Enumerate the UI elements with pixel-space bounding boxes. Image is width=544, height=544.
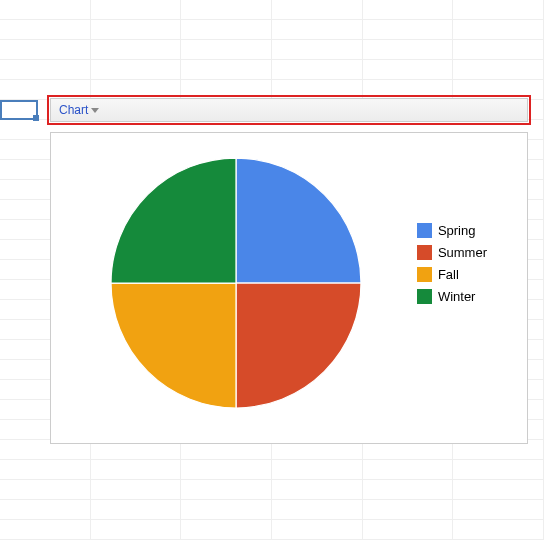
legend-label: Winter <box>438 289 476 304</box>
pie-slice <box>236 158 361 283</box>
chevron-down-icon <box>91 108 99 113</box>
legend-label: Fall <box>438 267 459 282</box>
chart-legend: SpringSummerFallWinter <box>417 223 487 311</box>
chart-menu-label: Chart <box>59 103 88 117</box>
chart-plot-area: SpringSummerFallWinter <box>50 132 528 444</box>
legend-item: Fall <box>417 267 487 282</box>
legend-swatch <box>417 245 432 260</box>
legend-item: Spring <box>417 223 487 238</box>
chart-object[interactable]: Chart SpringSummerFallWinter <box>50 98 528 444</box>
active-cell[interactable] <box>0 100 38 120</box>
pie-slice <box>111 158 236 283</box>
pie-chart <box>111 158 361 411</box>
pie-slice <box>236 283 361 408</box>
legend-swatch <box>417 223 432 238</box>
legend-label: Spring <box>438 223 476 238</box>
pie-slice <box>111 283 236 408</box>
legend-swatch <box>417 267 432 282</box>
chart-menu-button[interactable]: Chart <box>59 103 99 117</box>
legend-item: Winter <box>417 289 487 304</box>
legend-swatch <box>417 289 432 304</box>
chart-header-bar[interactable]: Chart <box>50 98 528 122</box>
cell-fill-handle[interactable] <box>33 115 39 121</box>
legend-label: Summer <box>438 245 487 260</box>
legend-item: Summer <box>417 245 487 260</box>
